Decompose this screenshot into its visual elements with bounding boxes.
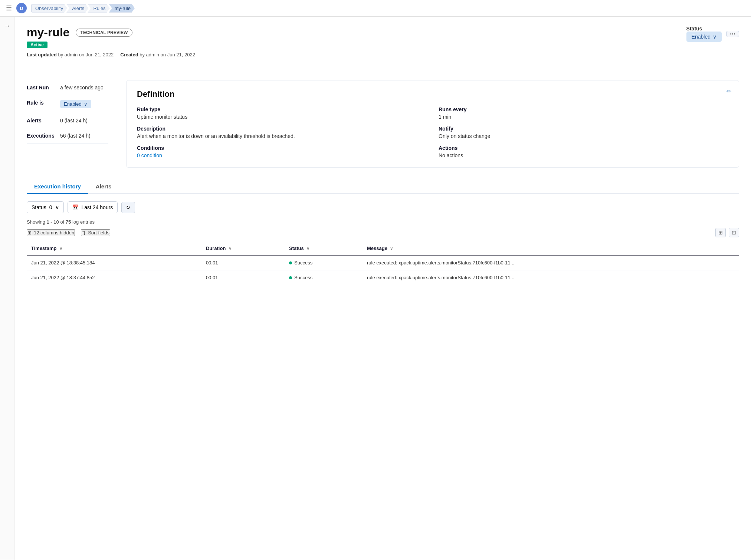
table-row[interactable]: Jun 21, 2022 @ 18:38:45.18400:01Successr… [27,255,739,270]
dot-icon [730,33,731,34]
dot-icon [734,33,735,34]
enabled-dropdown-button[interactable]: Enabled ∨ [686,32,722,42]
sidebar-toggle[interactable]: → [0,17,15,560]
breadcrumb-item-observability[interactable]: Observability [31,4,67,13]
dot-icon [732,33,733,34]
notify-value: Only on status change [439,133,728,139]
enabled-label: Enabled [692,34,711,40]
def-notify: Notify Only on status change [439,126,728,139]
entries-range: 1 - 10 [47,219,59,225]
def-actions: Actions No actions [439,145,728,158]
description-value: Alert when a monitor is down or an avail… [137,133,427,139]
sort-duration-icon: ∨ [229,246,232,251]
status-filter-label: Status [32,204,46,210]
view-buttons: ⊞ ⊡ [715,228,739,237]
header-divider [27,71,739,71]
status-section: Status Enabled ∨ [686,26,739,42]
columns-hidden-label: 12 columns hidden [34,230,74,235]
data-table: Timestamp ∨ Duration ∨ Status ∨ Message … [27,242,739,285]
refresh-button[interactable]: ↻ [121,202,135,213]
conditions-link[interactable]: 0 condition [137,152,427,158]
refresh-icon: ↻ [126,205,130,210]
col-status-label: Status [289,246,304,251]
tab-execution-history[interactable]: Execution history [27,179,88,194]
conditions-label: Conditions [137,145,427,151]
col-duration[interactable]: Duration ∨ [201,242,285,255]
status-filter-dropdown[interactable]: Status 0 ∨ [27,201,64,213]
cell-message: rule executed: xpack.uptime.alerts.monit… [363,270,739,285]
col-timestamp-label: Timestamp [31,246,56,251]
top-nav: ☰ D ObservabilityAlertsRulesmy-rule [0,0,751,17]
chevron-down-icon: ∨ [84,101,88,107]
cell-timestamp: Jun 21, 2022 @ 18:38:45.184 [27,255,201,270]
main-layout: → my-rule TECHNICAL PREVIEW Active Last … [0,17,751,560]
rule-is-value: Enabled [64,101,82,107]
rule-is-dropdown-button[interactable]: Enabled ∨ [60,100,91,108]
actions-value: No actions [439,152,728,158]
notify-label: Notify [439,126,728,132]
sort-fields-label: Sort fields [88,230,109,235]
col-status[interactable]: Status ∨ [285,242,363,255]
date-range-label: Last 24 hours [82,204,113,210]
columns-sort-left: ⊞ 12 columns hidden ⇅ Sort fields [27,229,110,236]
entries-total: 75 [66,219,71,225]
def-rule-type: Rule type Uptime monitor status [137,106,427,120]
col-duration-label: Duration [206,246,226,251]
expand-view-button[interactable]: ⊡ [729,228,739,237]
stat-row-last-run: Last Run a few seconds ago [27,80,108,95]
table-header: Timestamp ∨ Duration ∨ Status ∨ Message … [27,242,739,255]
cell-status: Success [285,270,363,285]
page-title: my-rule [27,26,70,39]
cell-timestamp: Jun 21, 2022 @ 18:37:44.852 [27,270,201,285]
hamburger-icon[interactable]: ☰ [6,4,12,12]
breadcrumb-item-alerts[interactable]: Alerts [66,4,88,13]
actions-label: Actions [439,145,728,151]
sort-timestamp-icon: ∨ [59,246,62,251]
edit-icon[interactable]: ✏ [727,88,731,95]
status-dot-icon [289,276,292,279]
rule-is-label: Rule is [27,100,60,106]
table-view-button[interactable]: ⊞ [715,228,726,237]
date-picker-button[interactable]: 📅 Last 24 hours [68,201,118,213]
created-label: Created [120,52,138,57]
page-header: my-rule TECHNICAL PREVIEW Active Last up… [27,26,739,65]
col-timestamp[interactable]: Timestamp ∨ [27,242,201,255]
status-text: Success [294,260,312,266]
runs-every-label: Runs every [439,106,728,112]
definition-grid: Rule type Uptime monitor status Runs eve… [137,106,728,158]
def-runs-every: Runs every 1 min [439,106,728,120]
created-value: by admin on Jun 21, 2022 [140,52,195,57]
sort-fields-button[interactable]: ⇅ Sort fields [81,229,110,236]
status-filter-count: 0 [49,204,52,210]
title-area: my-rule TECHNICAL PREVIEW Active Last up… [27,26,195,65]
cell-duration: 00:01 [201,255,285,270]
breadcrumb-item-rules[interactable]: Rules [88,4,109,13]
more-options-button[interactable] [726,31,739,37]
sort-status-icon: ∨ [306,246,309,251]
entries-suffix: log entries [72,219,95,225]
breadcrumb-item-my-rule[interactable]: my-rule [109,4,135,13]
description-label: Description [137,126,427,132]
entries-of: of [60,219,64,225]
def-description: Description Alert when a monitor is down… [137,126,427,139]
col-message[interactable]: Message ∨ [363,242,739,255]
chevron-down-icon: ∨ [713,34,716,40]
runs-every-value: 1 min [439,114,728,120]
last-updated-value: by admin on Jun 21, 2022 [58,52,114,57]
sort-message-icon: ∨ [390,246,393,251]
rule-type-value: Uptime monitor status [137,114,427,120]
status-block: Status Enabled ∨ [686,26,722,42]
avatar[interactable]: D [16,3,27,13]
executions-label: Executions [27,133,60,139]
columns-hidden-button[interactable]: ⊞ 12 columns hidden [27,229,75,236]
table-row[interactable]: Jun 21, 2022 @ 18:37:44.85200:01Successr… [27,270,739,285]
last-updated-label: Last updated [27,52,57,57]
left-stats: Last Run a few seconds ago Rule is Enabl… [27,80,108,168]
tab-alerts[interactable]: Alerts [88,179,119,194]
cell-message: rule executed: xpack.uptime.alerts.monit… [363,255,739,270]
cell-duration: 00:01 [201,270,285,285]
columns-sort-row: ⊞ 12 columns hidden ⇅ Sort fields ⊞ ⊡ [27,228,739,237]
entries-info: Showing 1 - 10 of 75 log entries [27,219,739,225]
stats-definition: Last Run a few seconds ago Rule is Enabl… [27,80,739,168]
status-dot-icon [289,261,292,264]
